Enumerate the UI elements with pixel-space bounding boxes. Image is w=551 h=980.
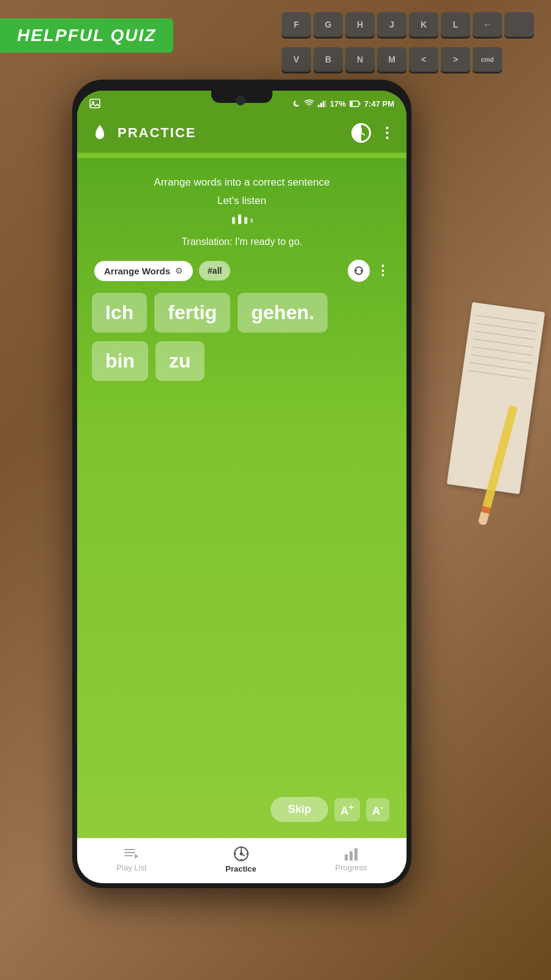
svg-rect-8 xyxy=(359,102,360,105)
svg-rect-5 xyxy=(325,100,326,107)
svg-rect-23 xyxy=(354,848,358,861)
font-decrease-label: A- xyxy=(372,805,383,817)
svg-rect-12 xyxy=(250,218,253,223)
battery-icon xyxy=(350,100,361,107)
toolbar-row: Arrange Words ⚙ #all ⋮ xyxy=(92,260,392,282)
nav-progress[interactable]: Progress xyxy=(335,847,367,872)
key-empty xyxy=(504,12,534,37)
word-tile-text: zu xyxy=(169,350,191,372)
phone-screen: 17% 7:47 PM PRACTICE xyxy=(77,91,407,883)
word-tile-zu[interactable]: zu xyxy=(156,341,204,381)
word-tile-bin[interactable]: bin xyxy=(92,341,148,381)
bottom-actions: Skip A+ A- xyxy=(92,797,392,828)
toolbar-more-button[interactable]: ⋮ xyxy=(376,263,389,279)
key-b: B xyxy=(313,47,343,72)
nav-playlist[interactable]: Play List xyxy=(116,847,146,872)
svg-rect-7 xyxy=(350,102,353,106)
helpful-quiz-banner: HELPFUL QUIZ xyxy=(0,18,173,53)
notebook-line xyxy=(476,315,537,324)
word-tile-gehen[interactable]: gehen. xyxy=(238,293,328,333)
svg-rect-0 xyxy=(90,99,100,108)
bottom-navigation: Play List Practice xyxy=(77,838,407,883)
audio-waves-icon xyxy=(230,212,254,227)
status-right: 17% 7:47 PM xyxy=(292,99,394,108)
word-tile-text: bin xyxy=(105,350,135,372)
font-increase-button[interactable]: A+ xyxy=(334,798,360,821)
svg-rect-3 xyxy=(320,103,322,107)
translation-text: Translation: I'm ready to go. xyxy=(92,236,392,247)
signal-icon xyxy=(318,100,326,107)
key-h: H xyxy=(345,12,375,37)
skip-button[interactable]: Skip xyxy=(271,797,328,822)
nav-practice-label: Practice xyxy=(225,864,257,873)
svg-rect-4 xyxy=(323,101,324,107)
arrange-words-label: Arrange Words xyxy=(104,266,170,276)
key-lt: < xyxy=(409,47,438,72)
image-icon xyxy=(89,99,100,108)
hashtag-filter-button[interactable]: #all xyxy=(199,261,230,281)
key-f: F xyxy=(282,12,311,37)
nav-playlist-label: Play List xyxy=(116,863,146,872)
main-content: Arrange words into a correct sentence Le… xyxy=(77,158,407,838)
nav-practice[interactable]: Practice xyxy=(225,846,257,873)
battery-percent: 17% xyxy=(330,99,346,108)
font-decrease-button[interactable]: A- xyxy=(366,798,389,821)
word-tile-text: gehen. xyxy=(251,301,314,323)
practice-icon xyxy=(233,846,249,862)
playlist-icon xyxy=(124,847,140,861)
word-tile-fertig[interactable]: fertig xyxy=(154,293,230,333)
refresh-button[interactable] xyxy=(348,260,370,282)
audio-indicator[interactable] xyxy=(92,212,392,230)
notebook-line xyxy=(476,323,536,332)
refresh-icon xyxy=(353,265,365,277)
timer-button[interactable] xyxy=(351,123,371,143)
notebook-line xyxy=(470,363,531,372)
app-title: PRACTICE xyxy=(118,125,196,141)
arrange-words-button[interactable]: Arrange Words ⚙ xyxy=(94,261,193,281)
svg-rect-2 xyxy=(318,105,320,107)
helpful-quiz-text: HELPFUL QUIZ xyxy=(17,26,156,45)
wifi-icon xyxy=(304,99,314,108)
key-k: K xyxy=(409,12,438,37)
word-tile-ich[interactable]: Ich xyxy=(92,293,147,333)
phone-camera xyxy=(236,96,246,105)
word-tile-text: Ich xyxy=(105,301,133,323)
key-arrow: ← xyxy=(473,12,502,37)
progress-icon xyxy=(343,847,359,861)
listen-text: Let's listen xyxy=(92,195,392,207)
app-header: PRACTICE ⋮ xyxy=(77,116,407,152)
key-g: G xyxy=(313,12,343,37)
keyboard-background: F G H J K L ← V B N M < > cmd xyxy=(276,0,551,92)
phone-device: 17% 7:47 PM PRACTICE xyxy=(72,80,411,888)
notebook-line xyxy=(471,355,531,364)
header-left: PRACTICE xyxy=(89,123,196,143)
word-tile-text: fertig xyxy=(168,301,217,323)
timer-icon xyxy=(355,127,367,139)
hashtag-label: #all xyxy=(208,266,222,276)
word-tiles-area: Ich fertig gehen. bin zu xyxy=(92,290,392,797)
key-l: L xyxy=(441,12,470,37)
svg-marker-14 xyxy=(360,270,362,273)
more-menu-button[interactable]: ⋮ xyxy=(380,124,394,141)
svg-rect-11 xyxy=(244,217,247,224)
notebook-line xyxy=(474,331,535,340)
key-v: V xyxy=(282,47,311,72)
status-time: 7:47 PM xyxy=(364,99,394,108)
key-j: J xyxy=(377,12,407,37)
notebook-line xyxy=(472,347,533,356)
moon-icon xyxy=(292,99,301,108)
header-right: ⋮ xyxy=(351,123,394,143)
key-m: M xyxy=(377,47,407,72)
svg-marker-18 xyxy=(135,854,138,859)
app-logo-icon xyxy=(89,123,110,143)
status-left xyxy=(89,99,100,108)
word-row-1: Ich fertig gehen. xyxy=(92,293,392,333)
nav-progress-label: Progress xyxy=(335,863,367,872)
key-n: N xyxy=(345,47,375,72)
svg-rect-10 xyxy=(238,214,241,224)
svg-rect-9 xyxy=(232,217,235,224)
word-row-2: bin zu xyxy=(92,341,392,381)
skip-label: Skip xyxy=(288,803,311,815)
svg-rect-21 xyxy=(345,854,348,861)
notebook-line xyxy=(469,370,530,379)
